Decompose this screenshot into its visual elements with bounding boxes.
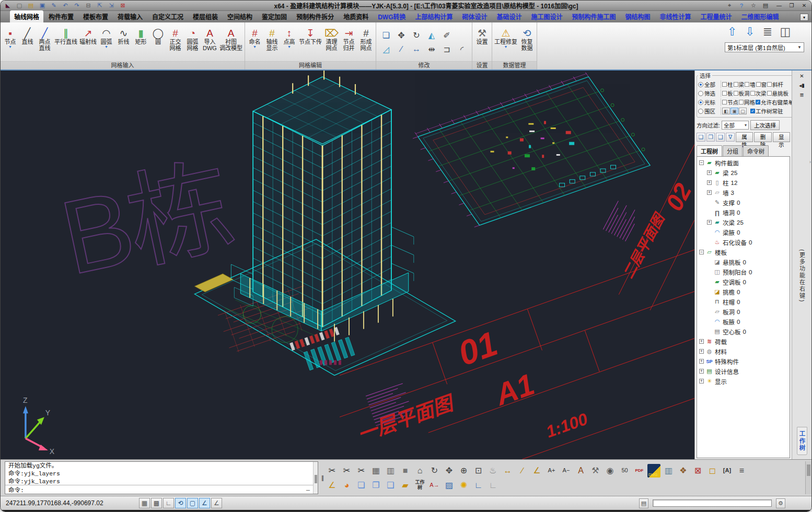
worktree-tab[interactable]: 工作树 — [797, 427, 807, 456]
copy-icon[interactable]: ❏ — [379, 29, 393, 41]
menu-tab[interactable]: 预制构件拆分 — [292, 10, 338, 22]
checkbox-墙[interactable] — [745, 82, 749, 87]
chevron-right-icon[interactable]: › — [809, 159, 811, 165]
splitter-handle-icon[interactable]: — — [306, 486, 310, 493]
render-icon[interactable]: ♨ — [486, 464, 500, 478]
story-all-icon[interactable]: ≣ — [760, 24, 775, 40]
menu-tab[interactable]: 空间结构 — [223, 10, 257, 22]
radio-全部[interactable] — [698, 82, 703, 87]
command-history[interactable]: 开始加载yg文件。命令:yjk_layers命令:yjk_layers 命令: … — [5, 461, 318, 494]
tree-item[interactable]: ◪悬挑板0 — [697, 257, 790, 267]
checkbox-柱[interactable] — [722, 82, 727, 87]
measure-move-icon[interactable]: ⇹ — [425, 43, 438, 55]
tree-item[interactable]: ◪挑檐0 — [697, 287, 790, 297]
menu-tab[interactable]: 非线性计算 — [656, 10, 695, 22]
open-file-icon[interactable]: ▤ — [27, 2, 35, 9]
menu-tab[interactable]: 构件布置 — [44, 10, 78, 22]
menu-tab[interactable]: 荷载输入 — [113, 10, 147, 22]
measure-distance-icon[interactable]: ↔ — [501, 464, 514, 478]
checkbox-板洞[interactable] — [734, 91, 738, 96]
menu-tab[interactable]: 上部结构计算 — [411, 10, 457, 22]
tree-expand-icon[interactable]: + — [699, 349, 704, 354]
redo-icon[interactable]: ↷ — [73, 2, 81, 9]
panel-button-显示[interactable]: 显示 — [773, 132, 790, 142]
osnap-toggle[interactable]: ▢ — [187, 498, 198, 508]
close-icon[interactable]: ✕ — [798, 72, 806, 80]
highlight-select-icon[interactable]: ◻ — [706, 464, 719, 478]
ribbon-button[interactable]: ⚒设置 — [473, 23, 491, 61]
tree-item[interactable]: ▰空调板0 — [697, 277, 790, 287]
ribbon-button[interactable]: ⚠工程修复▼ — [493, 23, 518, 61]
tree-item[interactable]: ◠梁腋0 — [697, 227, 790, 237]
tree-expand-icon[interactable]: + — [707, 190, 712, 195]
trim-icon[interactable]: ∕ — [395, 43, 408, 55]
menu-tab[interactable]: 钢结构图 — [621, 10, 655, 22]
ribbon-button[interactable]: A导入 DWG — [201, 23, 218, 61]
tree-expand-icon[interactable]: + — [699, 379, 704, 383]
zoom-in-text-icon[interactable]: A+ — [545, 464, 558, 478]
select-add-icon[interactable]: ❏ — [697, 133, 705, 142]
story-single-icon[interactable]: ◫ — [778, 24, 793, 40]
restore-button[interactable]: ❐ — [787, 2, 796, 9]
tree-item[interactable]: +◍材料 — [697, 346, 790, 356]
checkbox-悬挑板[interactable] — [767, 91, 772, 96]
selection-mode-button[interactable]: ◧ — [722, 108, 730, 114]
radio-筛选[interactable] — [698, 91, 703, 96]
ribbon-button[interactable]: ▪节点▼ — [2, 23, 19, 61]
checkbox-窗[interactable] — [756, 82, 761, 87]
tree-item[interactable]: ♨石化设备0 — [697, 237, 790, 247]
help-icon[interactable]: ? — [737, 2, 746, 9]
checkbox-节点[interactable] — [722, 100, 727, 104]
doc-copy-new-icon[interactable]: ❏ — [355, 479, 368, 492]
tree-expand-icon[interactable]: + — [707, 170, 712, 175]
favorites-icon[interactable]: ☆ — [749, 2, 758, 9]
last-select-button[interactable]: 上次选择 — [750, 120, 780, 130]
lamp-brightness-icon[interactable]: ✺ — [457, 479, 470, 492]
tree-item[interactable]: +SP特殊构件 — [697, 356, 790, 366]
tree-expand-icon[interactable]: + — [699, 359, 704, 364]
tree-item[interactable]: ◫预制阳台0 — [697, 267, 790, 277]
panel-tab[interactable]: 工程树 — [697, 145, 722, 156]
tree-item[interactable]: +✳显示 — [697, 376, 790, 386]
ribbon-button[interactable]: #正交 网格 — [167, 23, 184, 61]
text-frame-icon[interactable]: [A] — [721, 464, 734, 478]
tree-item[interactable]: +▤设计信息 — [697, 366, 790, 376]
lock-plane-icon[interactable]: ▰ — [399, 479, 412, 492]
save-file-icon[interactable]: ▣ — [38, 2, 47, 9]
view-hidden-icon[interactable]: ▥ — [384, 464, 397, 478]
view-wireframe-icon[interactable]: ▦ — [369, 464, 382, 478]
ribbon-button[interactable]: ◠圆弧▼ — [98, 23, 115, 61]
ribbon-button[interactable]: A衬图 调改模型 — [218, 23, 243, 61]
menu-icon[interactable]: ≣ — [798, 91, 806, 99]
tree-item[interactable]: −▰构件截面 — [697, 158, 790, 168]
panel-button-删除[interactable]: 删除 — [754, 132, 771, 142]
checkbox-板[interactable] — [722, 91, 727, 96]
story-up-icon[interactable]: ⇧ — [725, 24, 739, 40]
erase-icon[interactable]: ✐ — [440, 29, 454, 41]
dock-icon[interactable]: ◂▮ — [798, 82, 806, 89]
selection-mode-button[interactable]: ▢ — [739, 108, 747, 114]
undo-icon[interactable]: ↶ — [61, 2, 69, 9]
display-list-icon[interactable]: ≡ — [735, 464, 748, 478]
mirror-icon[interactable]: ◭ — [425, 29, 438, 41]
ribbon-button[interactable]: ∥平行直线 — [53, 23, 78, 61]
tree-item[interactable]: +▱墙3 — [697, 188, 790, 197]
ribbon-button[interactable]: ⌦清理 网点 — [323, 23, 340, 61]
select-new-icon[interactable]: ❑ — [716, 133, 725, 142]
print-icon[interactable]: ⊟ — [84, 2, 92, 9]
command-splitter[interactable]: ▐ — [318, 461, 326, 494]
status-gear-button[interactable]: ⚙ — [776, 498, 785, 508]
menu-tab[interactable]: 轴线网格 — [10, 10, 43, 22]
save-as-icon[interactable]: ✎ — [50, 2, 58, 9]
menu-tab[interactable]: 楼板布置 — [79, 10, 112, 22]
tree-item[interactable]: ∏墙洞0 — [697, 207, 790, 217]
checkbox-梁[interactable] — [734, 82, 738, 87]
ribbon-button[interactable]: ⟲恢复 数据 — [518, 23, 536, 61]
building-display-icon[interactable]: ▥ — [662, 464, 675, 478]
tree-item[interactable]: ◠板腋0 — [697, 317, 790, 327]
selection-mode-button[interactable]: ▣ — [730, 108, 738, 114]
feedback-icon[interactable]: ⌖ — [725, 2, 734, 9]
menu-tab[interactable]: 预制构件施工图 — [568, 10, 620, 22]
panel-tab[interactable]: 分组 — [723, 145, 743, 156]
ortho-toggle[interactable]: ∟ — [163, 498, 174, 508]
